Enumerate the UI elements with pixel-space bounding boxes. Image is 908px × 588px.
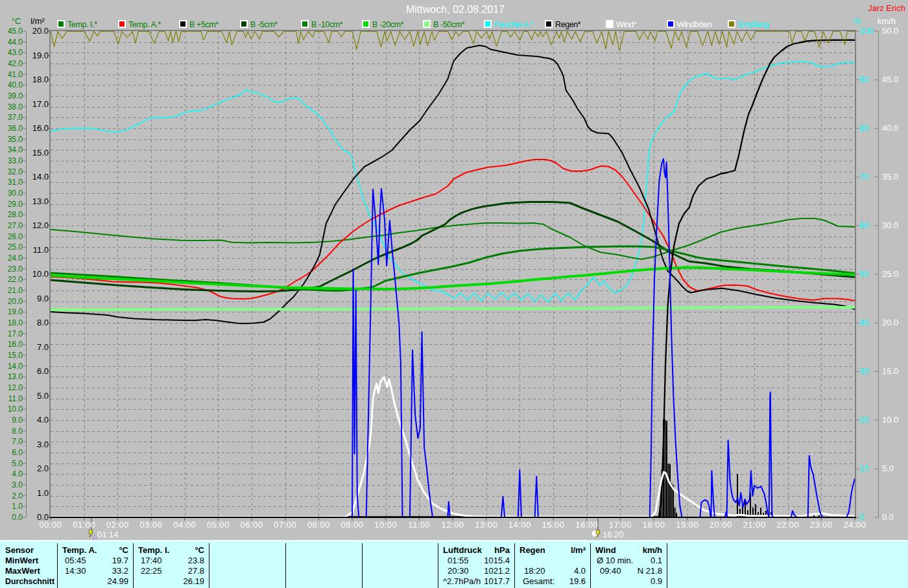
svg-text:19.0: 19.0 — [32, 51, 49, 60]
svg-text:20.0: 20.0 — [8, 297, 23, 306]
svg-text:00:00: 00:00 — [39, 520, 62, 530]
svg-text:27.8: 27.8 — [188, 566, 204, 576]
svg-text:30.0: 30.0 — [8, 189, 23, 198]
svg-text:32.0: 32.0 — [8, 167, 23, 176]
svg-text:34.0: 34.0 — [8, 145, 23, 154]
svg-text:16:00: 16:00 — [575, 520, 598, 530]
svg-text:MinWert: MinWert — [5, 556, 39, 565]
svg-text:Feuchte A.*: Feuchte A.* — [494, 20, 534, 29]
svg-text:14:30: 14:30 — [65, 566, 86, 576]
svg-text:Temp. A.*: Temp. A.* — [128, 20, 161, 29]
svg-text:15.0: 15.0 — [32, 148, 49, 158]
svg-text:22:00: 22:00 — [776, 520, 799, 530]
svg-text:Luftdruck: Luftdruck — [443, 545, 483, 555]
svg-text:22:25: 22:25 — [141, 566, 162, 576]
svg-text:18.0: 18.0 — [32, 75, 49, 84]
svg-text:2.0: 2.0 — [37, 464, 49, 473]
svg-text:16.0: 16.0 — [8, 340, 23, 349]
svg-text:01:00: 01:00 — [73, 520, 95, 530]
svg-text:07:00: 07:00 — [274, 520, 296, 530]
svg-text:01:55: 01:55 — [448, 556, 469, 565]
svg-text:Temp. I.: Temp. I. — [138, 545, 169, 555]
svg-text:3.0: 3.0 — [12, 480, 23, 489]
svg-text:0.0: 0.0 — [882, 512, 894, 522]
svg-text:40: 40 — [859, 318, 868, 327]
svg-text:20:30: 20:30 — [448, 566, 469, 576]
svg-text:12.0: 12.0 — [8, 383, 23, 392]
svg-text:02:00: 02:00 — [106, 520, 129, 530]
svg-text:8.0: 8.0 — [37, 318, 49, 327]
svg-text:23.8: 23.8 — [188, 556, 204, 565]
svg-text:14:00: 14:00 — [508, 520, 531, 530]
svg-text:1017.7: 1017.7 — [484, 576, 510, 586]
svg-text:°C: °C — [195, 545, 204, 555]
svg-text:12.0: 12.0 — [32, 220, 49, 230]
svg-text:27.0: 27.0 — [8, 221, 23, 230]
svg-text:Jarz Erich: Jarz Erich — [868, 3, 905, 13]
svg-text:20.0: 20.0 — [32, 26, 49, 36]
svg-text:30.0: 30.0 — [882, 220, 898, 230]
svg-text:18:20: 18:20 — [524, 566, 545, 576]
svg-text:22.0: 22.0 — [8, 275, 23, 284]
svg-text:Sensor: Sensor — [5, 545, 34, 555]
svg-text:50: 50 — [859, 269, 868, 279]
svg-text:35.0: 35.0 — [8, 135, 23, 144]
svg-text:l/m²: l/m² — [571, 545, 586, 555]
svg-text:29.0: 29.0 — [8, 200, 23, 209]
svg-text:10: 10 — [859, 464, 868, 473]
svg-text:23:00: 23:00 — [810, 520, 833, 530]
svg-text:B -10cm*: B -10cm* — [311, 20, 343, 29]
svg-text:N 21.8: N 21.8 — [638, 566, 662, 576]
svg-text:45.0: 45.0 — [8, 27, 23, 36]
svg-text:18:00: 18:00 — [642, 520, 665, 530]
svg-text:0.0: 0.0 — [12, 513, 23, 522]
svg-text:%: % — [854, 16, 861, 26]
svg-text:16.0: 16.0 — [32, 123, 49, 133]
svg-text:4.0: 4.0 — [12, 469, 23, 478]
svg-text:°C: °C — [119, 545, 128, 555]
svg-text:B -20cm*: B -20cm* — [372, 20, 404, 29]
svg-text:33.0: 33.0 — [8, 156, 23, 165]
svg-text:50.0: 50.0 — [882, 26, 898, 36]
svg-text:13.0: 13.0 — [8, 372, 23, 381]
svg-text:17:40: 17:40 — [141, 556, 162, 565]
svg-text:20.0: 20.0 — [882, 318, 898, 327]
svg-text:l/m²: l/m² — [30, 16, 45, 26]
svg-text:43.0: 43.0 — [8, 48, 23, 57]
svg-text:24:00: 24:00 — [843, 520, 866, 530]
svg-text:16:20: 16:20 — [603, 530, 624, 539]
svg-text:37.0: 37.0 — [8, 113, 23, 122]
svg-text:13.0: 13.0 — [32, 196, 49, 206]
svg-text:15.0: 15.0 — [882, 366, 898, 376]
svg-text:05:45: 05:45 — [65, 556, 86, 565]
svg-text:6.0: 6.0 — [37, 366, 49, 376]
svg-text:0.1: 0.1 — [651, 556, 662, 565]
svg-text:12:00: 12:00 — [441, 520, 464, 530]
svg-text:Ø 10 min.: Ø 10 min. — [597, 556, 633, 565]
svg-text:09:00: 09:00 — [340, 520, 363, 530]
svg-text:45.0: 45.0 — [882, 75, 898, 84]
svg-text:24.0: 24.0 — [8, 253, 23, 263]
svg-text:08:00: 08:00 — [307, 520, 330, 530]
svg-text:Empfang: Empfang — [738, 20, 769, 29]
svg-text:05:00: 05:00 — [207, 520, 230, 530]
svg-text:hPa: hPa — [494, 545, 510, 555]
svg-text:15:00: 15:00 — [542, 520, 564, 530]
svg-text:31.0: 31.0 — [8, 178, 23, 187]
svg-text:40.0: 40.0 — [882, 123, 898, 133]
svg-text:01:14: 01:14 — [97, 530, 119, 539]
svg-text:33.2: 33.2 — [112, 566, 128, 576]
svg-text:5.0: 5.0 — [12, 459, 23, 468]
svg-text:1.0: 1.0 — [37, 488, 49, 498]
svg-text:09:40: 09:40 — [600, 566, 621, 576]
svg-text:25.0: 25.0 — [882, 269, 898, 279]
svg-text:7.0: 7.0 — [12, 437, 23, 446]
svg-text:10.0: 10.0 — [8, 405, 23, 414]
svg-text:6.0: 6.0 — [12, 448, 23, 457]
svg-text:25.0: 25.0 — [8, 242, 23, 252]
svg-text:Gesamt:: Gesamt: — [523, 576, 555, 586]
svg-text:23.0: 23.0 — [8, 265, 23, 274]
svg-text:19.0: 19.0 — [8, 307, 23, 316]
svg-text:38.0: 38.0 — [8, 102, 23, 112]
svg-text:39.0: 39.0 — [8, 91, 23, 100]
